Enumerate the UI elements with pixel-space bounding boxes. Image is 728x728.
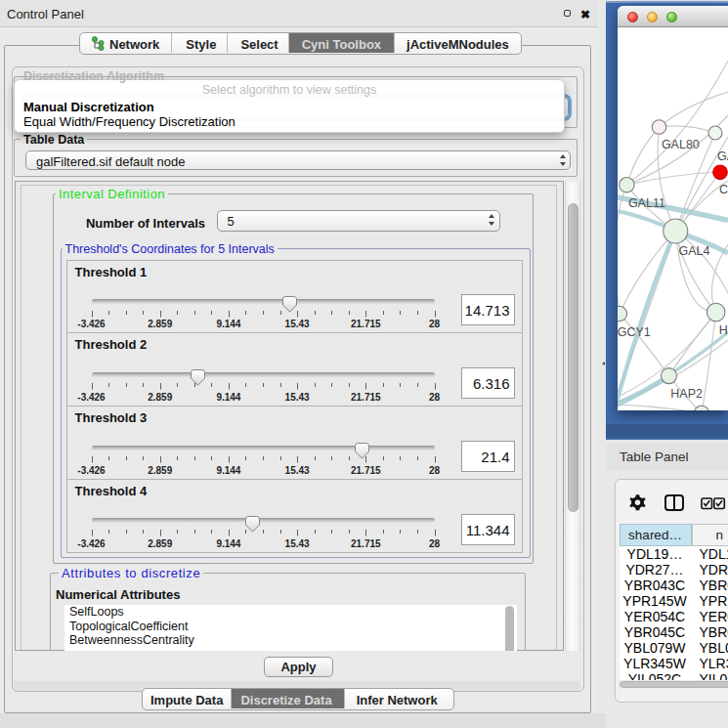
svg-text:GA: GA <box>717 150 728 163</box>
svg-text:GAL80: GAL80 <box>662 138 700 151</box>
svg-text:HAP2: HAP2 <box>670 387 703 401</box>
svg-text:C: C <box>719 183 728 196</box>
svg-text:GCY1: GCY1 <box>618 325 651 339</box>
svg-text:GAL11: GAL11 <box>628 196 665 210</box>
svg-text:GAL4: GAL4 <box>679 244 710 258</box>
svg-text:H: H <box>719 323 728 337</box>
